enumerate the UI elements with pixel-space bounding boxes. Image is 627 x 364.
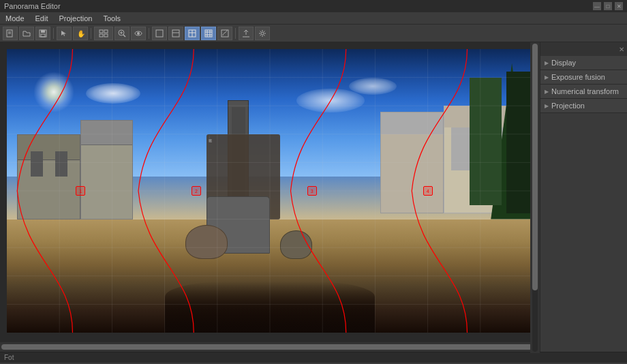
- menu-projection[interactable]: Projection: [57, 14, 95, 22]
- view-rect-button[interactable]: [152, 27, 167, 40]
- numerical-arrow-icon: ▶: [545, 89, 549, 95]
- v-scroll-track: [532, 44, 538, 352]
- minimize-button[interactable]: —: [593, 2, 601, 10]
- toolbar: ✋: [0, 25, 627, 42]
- tree-right-3: [506, 72, 533, 213]
- panel-section-numerical: ▶ Numerical transform: [540, 85, 627, 99]
- building-right-2: [380, 112, 444, 214]
- numerical-label: Numerical transform: [551, 87, 619, 95]
- panorama-container: 信秋宮之...: [7, 49, 533, 333]
- menu-edit[interactable]: Edit: [33, 14, 51, 22]
- panel-header: ✕: [540, 42, 627, 56]
- cursor-tool-button[interactable]: [57, 27, 72, 40]
- panorama-background: 信秋宮之...: [7, 49, 533, 333]
- svg-rect-4: [41, 30, 45, 33]
- panel-section-projection-header[interactable]: ▶ Projection: [540, 99, 627, 112]
- panel-section-exposure: ▶ Exposure fusion: [540, 70, 627, 85]
- separator-2: [91, 28, 91, 39]
- view-lines-button[interactable]: [168, 27, 183, 40]
- h-scroll-track: [1, 344, 538, 350]
- right-panel: ✕ ▶ Display ▶ Exposure fusion ▶ Numerica…: [540, 42, 627, 352]
- svg-text:✋: ✋: [77, 29, 85, 37]
- stone-1: [185, 225, 228, 259]
- cloud-3: [349, 78, 397, 95]
- projection-arrow-icon: ▶: [545, 103, 549, 109]
- zoom-fit-button[interactable]: [94, 27, 113, 40]
- close-button[interactable]: ✕: [615, 2, 623, 10]
- save-button[interactable]: [35, 27, 50, 40]
- display-label: Display: [551, 59, 576, 67]
- exposure-label: Exposure fusion: [551, 73, 605, 81]
- new-button[interactable]: [3, 27, 18, 40]
- svg-line-14: [123, 35, 125, 37]
- maximize-button[interactable]: □: [604, 2, 612, 10]
- v-scrollbar[interactable]: [530, 42, 540, 353]
- view-grid-button[interactable]: [185, 27, 200, 40]
- view-grid2-button[interactable]: [201, 27, 216, 40]
- separator-3: [149, 28, 149, 39]
- svg-point-16: [137, 32, 140, 35]
- exposure-arrow-icon: ▶: [545, 74, 549, 80]
- move-tool-button[interactable]: ✋: [73, 27, 88, 40]
- svg-rect-17: [156, 30, 163, 37]
- svg-rect-7: [100, 30, 103, 33]
- panel-section-numerical-header[interactable]: ▶ Numerical transform: [540, 85, 627, 98]
- cloud-1: [86, 83, 140, 104]
- export-button[interactable]: [239, 27, 254, 40]
- control-point-4[interactable]: 4: [423, 186, 433, 196]
- window-controls: — □ ✕: [593, 2, 623, 10]
- svg-rect-5: [41, 34, 45, 37]
- fg-shadow: [165, 282, 376, 333]
- svg-rect-18: [172, 30, 179, 37]
- svg-rect-23: [205, 30, 212, 37]
- svg-point-30: [261, 32, 264, 35]
- status-bar: Fot: [0, 352, 627, 363]
- title-bar: Panorama Editor — □ ✕: [0, 0, 627, 12]
- menu-tools[interactable]: Tools: [100, 14, 123, 22]
- separator-4: [235, 28, 236, 39]
- panel-section-projection: ▶ Projection: [540, 99, 627, 113]
- open-button[interactable]: [19, 27, 34, 40]
- building-left-1: [17, 134, 80, 219]
- svg-rect-8: [104, 30, 108, 33]
- stone-2: [280, 230, 311, 259]
- panel-section-exposure-header[interactable]: ▶ Exposure fusion: [540, 70, 627, 84]
- panel-section-display: ▶ Display: [540, 56, 627, 70]
- menu-mode[interactable]: Mode: [3, 14, 27, 22]
- control-point-1[interactable]: 1: [76, 186, 85, 196]
- v-scroll-thumb[interactable]: [532, 44, 538, 290]
- panel-close-button[interactable]: ✕: [619, 46, 624, 53]
- panel-section-display-header[interactable]: ▶ Display: [540, 56, 627, 70]
- tree-right-2: [470, 78, 501, 205]
- sun-glow: [33, 72, 74, 112]
- svg-rect-28: [221, 30, 228, 37]
- eye-button[interactable]: [131, 27, 146, 40]
- building-left-2: [80, 120, 133, 219]
- app-title: Panorama Editor: [4, 2, 61, 10]
- svg-rect-9: [100, 34, 103, 37]
- display-arrow-icon: ▶: [545, 60, 549, 66]
- view-overlay-button[interactable]: [217, 27, 232, 40]
- svg-rect-10: [104, 34, 108, 37]
- control-point-2[interactable]: 2: [192, 186, 201, 196]
- menu-bar: Mode Edit Projection Tools: [0, 12, 627, 25]
- h-scroll-thumb[interactable]: [1, 344, 537, 350]
- separator-1: [53, 28, 54, 39]
- zoom-in-button[interactable]: [114, 27, 129, 40]
- status-text: Fot: [4, 354, 14, 361]
- settings-button[interactable]: [255, 27, 270, 40]
- canvas-area[interactable]: 信秋宮之...: [0, 42, 540, 352]
- cloud-2: [296, 89, 365, 112]
- projection-label: Projection: [551, 102, 585, 110]
- control-point-3[interactable]: 3: [307, 186, 317, 196]
- h-scrollbar[interactable]: [0, 342, 540, 352]
